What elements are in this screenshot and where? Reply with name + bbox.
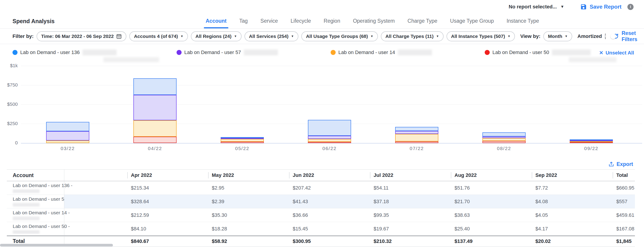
bar-segment-lab-on-demand-user-57[interactable]	[395, 131, 438, 134]
filter-pills: Time: 06 Mar 2022 - 06 Sep 2022Accounts …	[36, 31, 515, 41]
filter-pill-label: Time: 06 Mar 2022 - 06 Sep 2022	[41, 34, 114, 39]
column-header-label: May 2022	[208, 172, 234, 178]
x-axis-label: 04/22	[139, 146, 171, 151]
bar-segment-lab-on-demand-user-14[interactable]	[221, 139, 264, 142]
bar-segment-lab-on-demand-user-50[interactable]	[395, 141, 438, 143]
table-row[interactable]: Lab on Demand - user 57 -$328.64$2.39$41…	[7, 195, 635, 208]
export-row: Export	[0, 159, 644, 169]
bar-segment-lab-on-demand-user-14[interactable]	[395, 134, 438, 142]
bar-segment-lab-on-demand-user-57[interactable]	[134, 95, 176, 120]
bar-segment-lab-on-demand-user-50[interactable]	[308, 142, 351, 143]
bar-08-22[interactable]	[482, 132, 526, 143]
legend-label: Lab on Demand - user 14	[338, 49, 395, 55]
bar-06-22[interactable]	[308, 120, 351, 143]
x-axis-label: 06/22	[314, 146, 346, 151]
chevron-down-icon: ▼	[436, 34, 439, 38]
filter-pill-all-usage-type-groups-68[interactable]: All Usage Type Groups (68)▼	[301, 31, 378, 41]
bar-03-22[interactable]	[46, 122, 89, 143]
filter-pill-accounts-4-of-674[interactable]: Accounts 4 (of 674)▼	[129, 31, 188, 41]
bar-segment-lab-on-demand-user-14[interactable]	[134, 120, 176, 137]
bar-segment-lab-on-demand-user-136[interactable]	[395, 127, 438, 131]
account-cell: Lab on Demand - user 50 -	[7, 222, 64, 236]
redacted-text	[13, 217, 40, 220]
bar-segment-lab-on-demand-user-50[interactable]	[570, 142, 613, 143]
tab-tag[interactable]: Tag	[239, 14, 248, 28]
bar-04-22[interactable]	[134, 78, 176, 143]
gridline	[21, 66, 642, 66]
bar-07-22[interactable]	[395, 127, 438, 143]
legend-label: Lab on Demand - user 136	[20, 49, 80, 55]
export-button[interactable]: Export	[608, 161, 633, 167]
bar-segment-lab-on-demand-user-14[interactable]	[46, 141, 89, 143]
value-cell: $4.17	[532, 222, 613, 236]
legend-item-lab-on-demand-user-136[interactable]: Lab on Demand - user 136	[12, 49, 116, 55]
column-header-aug-2022: Aug 2022	[451, 169, 532, 181]
bar-segment-lab-on-demand-user-57[interactable]	[308, 136, 351, 139]
bar-segment-lab-on-demand-user-14[interactable]	[308, 139, 351, 142]
table-row[interactable]: Lab on Demand - user 136 -$215.34$2.95$2…	[7, 181, 635, 195]
bar-segment-lab-on-demand-user-136[interactable]	[482, 132, 526, 136]
y-axis-label: $1k	[0, 63, 18, 68]
x-axis-label: 08/22	[488, 146, 520, 151]
table-spacer	[64, 222, 127, 236]
value-cell: $99.35	[370, 208, 451, 222]
value-cell: $4.05	[532, 208, 613, 222]
account-label: Lab on Demand - user 57 -	[13, 196, 70, 202]
bar-segment-lab-on-demand-user-14[interactable]	[482, 138, 526, 141]
legend-dot	[485, 50, 490, 55]
unselect-all-button[interactable]: ✕ Unselect All	[599, 50, 634, 56]
tab-instance-type[interactable]: Instance Type	[506, 14, 539, 28]
save-icon	[580, 3, 587, 10]
column-header-label: Aug 2022	[451, 172, 477, 178]
legend-item-lab-on-demand-user-57[interactable]: Lab on Demand - user 57	[176, 49, 278, 55]
legend-item-lab-on-demand-user-14[interactable]: Lab on Demand - user 14	[331, 49, 432, 55]
reset-filters-button[interactable]: Reset Filters	[613, 30, 637, 42]
value-cell: $660.95	[613, 181, 635, 195]
filter-pill-time-06-mar-2022-06-sep-2022[interactable]: Time: 06 Mar 2022 - 06 Sep 2022	[36, 31, 126, 41]
tab-charge-type[interactable]: Charge Type	[408, 14, 437, 28]
filter-pill-all-instance-types-507[interactable]: All Instance Types (507)▼	[446, 31, 515, 41]
report-selector-dropdown[interactable]: No report selected... ▼	[509, 4, 564, 10]
export-label: Export	[616, 161, 633, 167]
column-header-label: Jun 2022	[289, 172, 314, 178]
filter-pill-all-services-254[interactable]: All Services (254)▼	[244, 31, 298, 41]
filter-pill-all-regions-24[interactable]: All Regions (24)▼	[191, 31, 242, 41]
filter-pill-label: Accounts 4 (of 674)	[134, 34, 178, 39]
y-axis-label: $500	[0, 101, 18, 107]
bar-05-22[interactable]	[221, 137, 264, 143]
horizontal-scrollbar[interactable]	[0, 244, 113, 247]
bar-segment-lab-on-demand-user-136[interactable]	[134, 78, 176, 95]
legend-label: Lab on Demand - user 50	[492, 49, 549, 55]
save-report-button[interactable]: Save Report	[580, 3, 622, 10]
bar-segment-lab-on-demand-user-57[interactable]	[482, 136, 526, 138]
bar-segment-lab-on-demand-user-50[interactable]	[482, 141, 526, 143]
tab-operating-system[interactable]: Operating System	[353, 14, 395, 28]
legend-item-lab-on-demand-user-50[interactable]: Lab on Demand - user 50	[485, 49, 590, 55]
column-header-label: Total	[613, 172, 628, 178]
bar-segment-lab-on-demand-user-50[interactable]	[134, 137, 176, 143]
bar-segment-lab-on-demand-user-50[interactable]	[221, 142, 264, 143]
account-cell: Lab on Demand - user 136 -	[7, 181, 64, 195]
value-cell: $35.30	[208, 208, 289, 222]
tab-region[interactable]: Region	[324, 14, 340, 28]
table-row[interactable]: Lab on Demand - user 14 -$212.59$35.30$3…	[7, 208, 635, 222]
chevron-down-icon: ▼	[370, 34, 373, 38]
tab-usage-type-group[interactable]: Usage Type Group	[450, 14, 494, 28]
account-cell: Lab on Demand - user 14 -	[7, 208, 64, 222]
view-by-dropdown[interactable]: Month ▼	[543, 31, 572, 41]
tab-service[interactable]: Service	[260, 14, 278, 28]
redacted-text	[13, 189, 40, 193]
table-row[interactable]: Lab on Demand - user 50 -$84.10$18.28$15…	[7, 222, 635, 236]
info-icon[interactable]: i	[605, 33, 606, 39]
bar-segment-lab-on-demand-user-57[interactable]	[46, 131, 89, 141]
bar-segment-lab-on-demand-user-136[interactable]	[46, 122, 89, 131]
tab-account[interactable]: Account	[206, 14, 226, 28]
bar-09-22[interactable]	[570, 139, 613, 143]
info-icon[interactable]: i	[628, 4, 634, 10]
value-cell: $18.28	[208, 222, 289, 236]
tab-lifecycle[interactable]: Lifecycle	[291, 14, 311, 28]
bar-segment-lab-on-demand-user-136[interactable]	[308, 120, 351, 136]
total-value-cell: $300.95	[289, 236, 370, 247]
unselect-all-label: Unselect All	[606, 50, 634, 56]
filter-pill-all-charge-types-11[interactable]: All Charge Types (11)▼	[381, 31, 444, 41]
